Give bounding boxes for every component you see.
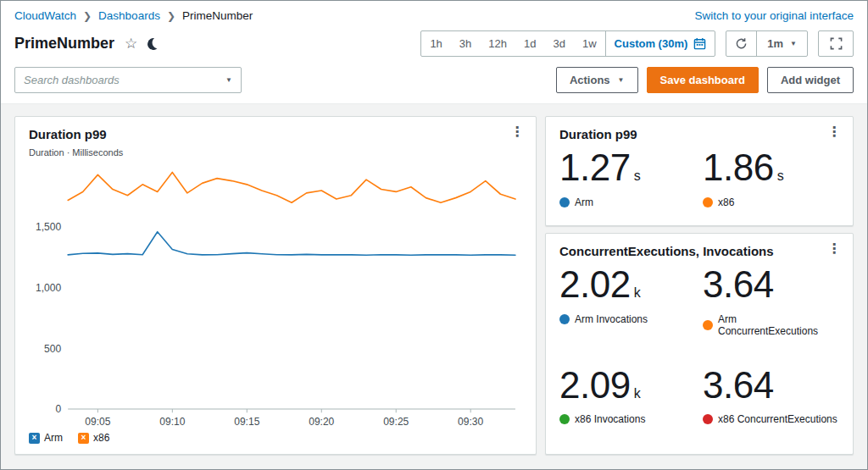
right-column: Duration p99 ⋮ 1.27 s Arm [545, 116, 854, 455]
legend-dot-icon [703, 414, 713, 424]
metric-label: x86 Invocations [575, 413, 645, 425]
metric-label: Arm Invocations [575, 313, 648, 325]
metric-value: 1.86 [703, 147, 774, 190]
metric-grid: 2.02 k Arm Invocations 3.64 [559, 263, 839, 425]
time-controls: 1h 3h 12h 1d 3d 1w Custom (30m) [420, 30, 854, 57]
time-range-group: 1h 3h 12h 1d 3d 1w Custom (30m) [420, 30, 715, 57]
actions-label: Actions [570, 74, 610, 86]
toolbar-buttons: Actions ▼ Save dashboard Add widget [556, 67, 854, 93]
metric-value: 2.02 [559, 263, 631, 307]
switch-interface-link[interactable]: Switch to your original interface [694, 9, 854, 22]
svg-text:09:10: 09:10 [159, 416, 185, 428]
svg-text:09:30: 09:30 [458, 416, 483, 428]
dark-mode-moon-icon[interactable] [147, 36, 161, 51]
svg-text:500: 500 [44, 342, 61, 354]
metric-x86-duration: 1.86 s x86 [703, 147, 839, 208]
svg-text:09:15: 09:15 [234, 416, 259, 428]
widget-menu-icon[interactable]: ⋮ [824, 241, 844, 257]
refresh-interval-value: 1m [767, 37, 783, 50]
add-widget-button[interactable]: Add widget [767, 67, 854, 93]
svg-text:1,500: 1,500 [36, 221, 61, 233]
legend-dot-icon [559, 414, 570, 424]
fullscreen-icon [830, 37, 843, 50]
custom-time-range-label: Custom (30m) [615, 37, 688, 50]
time-range-1w[interactable]: 1w [574, 31, 605, 56]
custom-time-range-button[interactable]: Custom (30m) [605, 31, 715, 56]
widget-title: Duration p99 [29, 127, 522, 141]
chart-axis-label: Duration · Milliseconds [29, 147, 522, 158]
legend-label: x86 [93, 432, 109, 444]
chevron-down-icon: ▼ [618, 76, 625, 84]
actions-button[interactable]: Actions ▼ [556, 67, 638, 93]
dashboard-grid: Duration p99 ⋮ Duration · Milliseconds 0… [1, 103, 867, 469]
metric-value: 3.64 [703, 364, 774, 407]
legend-label: Arm [44, 432, 63, 444]
favorite-star-icon[interactable]: ☆ [125, 36, 137, 51]
breadcrumb-dashboards[interactable]: Dashboards [98, 9, 160, 22]
svg-text:09:20: 09:20 [309, 416, 334, 428]
metric-unit: k [634, 285, 641, 301]
widget-menu-icon[interactable]: ⋮ [824, 124, 844, 141]
time-range-1h[interactable]: 1h [421, 31, 450, 56]
metric-unit: k [634, 386, 641, 401]
svg-text:1,000: 1,000 [36, 282, 61, 294]
chevron-down-icon: ▼ [790, 40, 797, 47]
legend-dot-icon [703, 197, 713, 207]
refresh-icon [735, 37, 748, 50]
metric-arm-invocations: 2.02 k Arm Invocations [559, 263, 696, 337]
chart-area[interactable]: 05001,0001,50009:0509:1009:1509:2009:250… [29, 159, 522, 430]
legend-item-arm[interactable]: × Arm [29, 432, 63, 444]
refresh-controls: 1m ▼ [726, 30, 808, 57]
breadcrumb-current: PrimeNumber [182, 9, 253, 22]
metric-label: Arm [575, 196, 593, 208]
breadcrumb: CloudWatch ❯ Dashboards ❯ PrimeNumber Sw… [1, 1, 867, 29]
page-title: PrimeNumber [14, 35, 114, 53]
breadcrumb-separator-icon: ❯ [167, 10, 175, 22]
refresh-interval-dropdown[interactable]: 1m ▼ [757, 31, 807, 56]
metric-unit: s [634, 169, 641, 184]
time-range-12h[interactable]: 12h [480, 31, 515, 56]
search-dashboards-combobox[interactable]: ▼ [14, 67, 242, 93]
metric-arm-concurrent: 3.64 Arm ConcurrentExecutions [703, 263, 839, 337]
legend-swatch-icon: × [78, 433, 89, 444]
widget-concurrent-invocations: ConcurrentExecutions, Invocations ⋮ 2.02… [545, 233, 854, 455]
widget-menu-icon[interactable]: ⋮ [507, 124, 527, 141]
metric-unit: s [777, 169, 784, 184]
time-range-3d[interactable]: 3d [545, 31, 574, 56]
metric-label: x86 [718, 196, 734, 208]
legend-item-x86[interactable]: × x86 [78, 432, 109, 444]
metric-value: 1.27 [559, 147, 631, 190]
dashboard-toolbar: ▼ Actions ▼ Save dashboard Add widget [1, 64, 867, 103]
metric-value: 3.64 [703, 263, 774, 307]
refresh-button[interactable] [726, 31, 757, 56]
metric-arm-duration: 1.27 s Arm [559, 147, 696, 208]
time-range-1d[interactable]: 1d [515, 31, 544, 56]
svg-text:0: 0 [55, 403, 61, 415]
svg-text:09:25: 09:25 [383, 416, 409, 428]
search-input[interactable] [24, 74, 225, 86]
widget-title: ConcurrentExecutions, Invocations [559, 244, 839, 258]
save-dashboard-button[interactable]: Save dashboard [647, 67, 759, 93]
metric-label: Arm ConcurrentExecutions [718, 313, 839, 337]
chart-legend: × Arm × x86 [29, 432, 522, 444]
dashboard-header: PrimeNumber ☆ 1h 3h 12h 1d 3d 1w Custom … [1, 29, 867, 64]
breadcrumb-separator-icon: ❯ [83, 10, 92, 22]
metric-value: 2.09 [559, 364, 631, 407]
svg-text:09:05: 09:05 [85, 416, 110, 428]
legend-dot-icon [559, 197, 570, 207]
chevron-down-icon[interactable]: ▼ [225, 76, 232, 84]
legend-swatch-icon: × [29, 433, 40, 444]
widget-duration-numbers: Duration p99 ⋮ 1.27 s Arm [545, 116, 854, 226]
metric-label: x86 ConcurrentExecutions [718, 413, 837, 425]
calendar-icon [693, 37, 706, 50]
widget-title: Duration p99 [559, 127, 839, 141]
widget-duration-line-chart: Duration p99 ⋮ Duration · Milliseconds 0… [14, 116, 537, 455]
duration-chart[interactable]: 05001,0001,50009:0509:1009:1509:2009:250… [29, 159, 522, 430]
legend-dot-icon [703, 320, 713, 330]
metric-x86-invocations: 2.09 k x86 Invocations [559, 364, 696, 426]
time-range-3h[interactable]: 3h [451, 31, 480, 56]
breadcrumb-cloudwatch[interactable]: CloudWatch [14, 9, 76, 22]
legend-dot-icon [559, 314, 570, 324]
cloudwatch-window: CloudWatch ❯ Dashboards ❯ PrimeNumber Sw… [0, 0, 868, 470]
fullscreen-button[interactable] [818, 30, 854, 57]
